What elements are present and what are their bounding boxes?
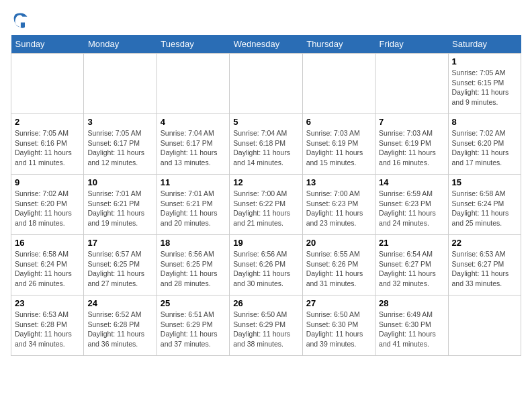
day-cell: 6Sunrise: 7:03 AM Sunset: 6:19 PM Daylig… <box>302 114 375 175</box>
day-number: 12 <box>233 177 298 187</box>
day-cell: 28Sunrise: 6:49 AM Sunset: 6:30 PM Dayli… <box>375 295 448 356</box>
day-cell: 24Sunrise: 6:52 AM Sunset: 6:28 PM Dayli… <box>84 295 157 356</box>
day-cell <box>302 54 375 114</box>
day-info: Sunrise: 7:03 AM Sunset: 6:19 PM Dayligh… <box>306 128 371 168</box>
day-info: Sunrise: 6:49 AM Sunset: 6:30 PM Dayligh… <box>379 310 444 349</box>
day-number: 27 <box>306 298 371 308</box>
day-info: Sunrise: 7:00 AM Sunset: 6:22 PM Dayligh… <box>233 189 298 228</box>
day-info: Sunrise: 6:58 AM Sunset: 6:24 PM Dayligh… <box>15 249 80 289</box>
day-info: Sunrise: 7:05 AM Sunset: 6:16 PM Dayligh… <box>15 128 80 168</box>
week-row-1: 1Sunrise: 7:05 AM Sunset: 6:15 PM Daylig… <box>11 54 521 114</box>
day-cell: 8Sunrise: 7:02 AM Sunset: 6:20 PM Daylig… <box>448 114 521 175</box>
day-info: Sunrise: 6:50 AM Sunset: 6:30 PM Dayligh… <box>306 310 371 349</box>
day-cell: 23Sunrise: 6:53 AM Sunset: 6:28 PM Dayli… <box>11 295 84 356</box>
day-cell: 27Sunrise: 6:50 AM Sunset: 6:30 PM Dayli… <box>302 295 375 356</box>
day-cell: 26Sunrise: 6:50 AM Sunset: 6:29 PM Dayli… <box>230 295 302 356</box>
logo-icon <box>11 11 30 30</box>
day-number: 21 <box>379 238 444 248</box>
day-cell: 25Sunrise: 6:51 AM Sunset: 6:29 PM Dayli… <box>157 295 229 356</box>
day-info: Sunrise: 7:05 AM Sunset: 6:17 PM Dayligh… <box>87 128 152 168</box>
day-cell: 21Sunrise: 6:54 AM Sunset: 6:27 PM Dayli… <box>375 235 448 295</box>
weekday-header-sunday: Sunday <box>11 35 84 54</box>
day-number: 28 <box>379 298 444 308</box>
day-cell <box>84 54 157 114</box>
day-cell <box>11 54 84 114</box>
day-number: 26 <box>233 298 298 308</box>
day-number: 17 <box>87 238 152 248</box>
day-cell: 15Sunrise: 6:58 AM Sunset: 6:24 PM Dayli… <box>448 175 521 235</box>
day-cell: 13Sunrise: 7:00 AM Sunset: 6:23 PM Dayli… <box>302 175 375 235</box>
day-cell: 1Sunrise: 7:05 AM Sunset: 6:15 PM Daylig… <box>448 54 521 114</box>
week-row-5: 23Sunrise: 6:53 AM Sunset: 6:28 PM Dayli… <box>11 295 521 356</box>
day-number: 14 <box>379 177 444 187</box>
day-info: Sunrise: 6:52 AM Sunset: 6:28 PM Dayligh… <box>87 310 152 349</box>
day-info: Sunrise: 6:58 AM Sunset: 6:24 PM Dayligh… <box>452 189 517 228</box>
day-cell: 14Sunrise: 6:59 AM Sunset: 6:23 PM Dayli… <box>375 175 448 235</box>
day-info: Sunrise: 6:57 AM Sunset: 6:25 PM Dayligh… <box>87 249 152 289</box>
weekday-header-thursday: Thursday <box>302 35 375 54</box>
day-number: 7 <box>379 117 444 127</box>
day-cell: 9Sunrise: 7:02 AM Sunset: 6:20 PM Daylig… <box>11 175 84 235</box>
day-cell <box>448 295 521 356</box>
day-cell: 22Sunrise: 6:53 AM Sunset: 6:27 PM Dayli… <box>448 235 521 295</box>
day-cell: 5Sunrise: 7:04 AM Sunset: 6:18 PM Daylig… <box>230 114 302 175</box>
day-number: 13 <box>306 177 371 187</box>
day-info: Sunrise: 7:03 AM Sunset: 6:19 PM Dayligh… <box>379 128 444 168</box>
day-cell: 11Sunrise: 7:01 AM Sunset: 6:21 PM Dayli… <box>157 175 229 235</box>
logo <box>11 11 32 30</box>
day-number: 5 <box>233 117 298 127</box>
day-cell: 10Sunrise: 7:01 AM Sunset: 6:21 PM Dayli… <box>84 175 157 235</box>
day-info: Sunrise: 6:51 AM Sunset: 6:29 PM Dayligh… <box>161 310 226 349</box>
day-cell: 12Sunrise: 7:00 AM Sunset: 6:22 PM Dayli… <box>230 175 302 235</box>
day-number: 6 <box>306 117 371 127</box>
header <box>11 11 521 30</box>
day-cell: 20Sunrise: 6:55 AM Sunset: 6:26 PM Dayli… <box>302 235 375 295</box>
day-number: 8 <box>452 117 517 127</box>
day-number: 23 <box>15 298 80 308</box>
week-row-2: 2Sunrise: 7:05 AM Sunset: 6:16 PM Daylig… <box>11 114 521 175</box>
weekday-header-tuesday: Tuesday <box>157 35 229 54</box>
day-info: Sunrise: 7:04 AM Sunset: 6:18 PM Dayligh… <box>233 128 298 168</box>
day-cell: 19Sunrise: 6:56 AM Sunset: 6:26 PM Dayli… <box>230 235 302 295</box>
day-info: Sunrise: 6:56 AM Sunset: 6:25 PM Dayligh… <box>161 249 226 289</box>
day-info: Sunrise: 6:53 AM Sunset: 6:28 PM Dayligh… <box>15 310 80 349</box>
day-number: 1 <box>452 56 517 66</box>
day-number: 2 <box>15 117 80 127</box>
day-info: Sunrise: 6:59 AM Sunset: 6:23 PM Dayligh… <box>379 189 444 228</box>
day-cell: 3Sunrise: 7:05 AM Sunset: 6:17 PM Daylig… <box>84 114 157 175</box>
day-info: Sunrise: 6:50 AM Sunset: 6:29 PM Dayligh… <box>233 310 298 349</box>
day-number: 10 <box>87 177 152 187</box>
day-cell: 16Sunrise: 6:58 AM Sunset: 6:24 PM Dayli… <box>11 235 84 295</box>
day-info: Sunrise: 6:53 AM Sunset: 6:27 PM Dayligh… <box>452 249 517 289</box>
day-cell: 4Sunrise: 7:04 AM Sunset: 6:17 PM Daylig… <box>157 114 229 175</box>
day-number: 4 <box>161 117 226 127</box>
day-cell <box>230 54 302 114</box>
day-number: 16 <box>15 238 80 248</box>
day-info: Sunrise: 7:01 AM Sunset: 6:21 PM Dayligh… <box>87 189 152 228</box>
day-number: 25 <box>161 298 226 308</box>
day-info: Sunrise: 7:00 AM Sunset: 6:23 PM Dayligh… <box>306 189 371 228</box>
day-number: 15 <box>452 177 517 187</box>
day-number: 3 <box>87 117 152 127</box>
day-number: 18 <box>161 238 226 248</box>
week-row-3: 9Sunrise: 7:02 AM Sunset: 6:20 PM Daylig… <box>11 175 521 235</box>
day-cell: 18Sunrise: 6:56 AM Sunset: 6:25 PM Dayli… <box>157 235 229 295</box>
day-number: 11 <box>161 177 226 187</box>
calendar-table: SundayMondayTuesdayWednesdayThursdayFrid… <box>11 35 521 356</box>
week-row-4: 16Sunrise: 6:58 AM Sunset: 6:24 PM Dayli… <box>11 235 521 295</box>
day-cell <box>157 54 229 114</box>
day-info: Sunrise: 7:04 AM Sunset: 6:17 PM Dayligh… <box>161 128 226 168</box>
weekday-header-saturday: Saturday <box>448 35 521 54</box>
weekday-header-friday: Friday <box>375 35 448 54</box>
weekday-header-monday: Monday <box>84 35 157 54</box>
day-info: Sunrise: 7:02 AM Sunset: 6:20 PM Dayligh… <box>15 189 80 228</box>
day-number: 19 <box>233 238 298 248</box>
weekday-header-row: SundayMondayTuesdayWednesdayThursdayFrid… <box>11 35 521 54</box>
day-cell: 2Sunrise: 7:05 AM Sunset: 6:16 PM Daylig… <box>11 114 84 175</box>
day-number: 22 <box>452 238 517 248</box>
day-info: Sunrise: 7:01 AM Sunset: 6:21 PM Dayligh… <box>161 189 226 228</box>
day-number: 9 <box>15 177 80 187</box>
day-info: Sunrise: 7:05 AM Sunset: 6:15 PM Dayligh… <box>452 68 517 107</box>
day-info: Sunrise: 6:55 AM Sunset: 6:26 PM Dayligh… <box>306 249 371 289</box>
day-cell <box>375 54 448 114</box>
